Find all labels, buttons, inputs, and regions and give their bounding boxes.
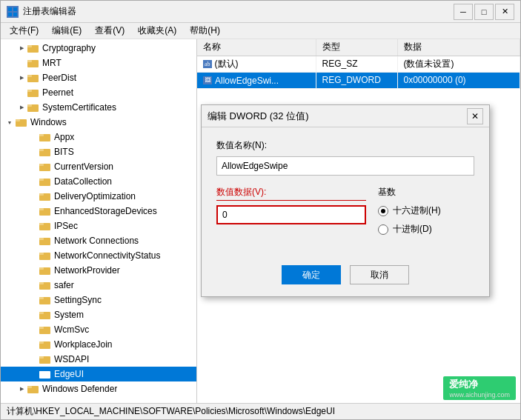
dialog-ok-button[interactable]: 确定 bbox=[282, 265, 341, 284]
dialog-value-label: 数值数据(V): bbox=[216, 186, 366, 201]
radio-hex-circle bbox=[378, 206, 388, 216]
dialog-name-input[interactable] bbox=[216, 156, 474, 176]
dialog-body: 数值名称(N): 数值数据(V): 基数 十六进制(H) bbox=[202, 127, 489, 259]
radio-hex[interactable]: 十六进制(H) bbox=[378, 204, 474, 217]
dialog-overlay: 编辑 DWORD (32 位值) ✕ 数值名称(N): 数值数据(V): 基数 bbox=[1, 1, 520, 419]
dialog-name-label: 数值名称(N): bbox=[216, 139, 474, 152]
dialog-close-button[interactable]: ✕ bbox=[467, 108, 483, 124]
radio-hex-label: 十六进制(H) bbox=[393, 204, 441, 217]
dialog-value-section: 数值数据(V): bbox=[216, 186, 366, 224]
dialog-title: 编辑 DWORD (32 位值) bbox=[208, 110, 309, 123]
radio-group-base: 十六进制(H) 十进制(D) bbox=[378, 204, 474, 236]
dialog-cancel-button[interactable]: 取消 bbox=[350, 265, 409, 284]
dialog-base-section: 基数 十六进制(H) 十进制(D) bbox=[378, 186, 474, 236]
dialog-base-label: 基数 bbox=[378, 186, 474, 199]
dialog-footer: 确定 取消 bbox=[202, 259, 489, 296]
radio-dec-label: 十进制(D) bbox=[393, 223, 432, 236]
radio-dec[interactable]: 十进制(D) bbox=[378, 223, 474, 236]
main-window: 注册表编辑器 ─ □ ✕ 文件(F) 编辑(E) 查看(V) 收藏夹(A) 帮助… bbox=[0, 0, 521, 420]
dialog-value-input[interactable] bbox=[216, 205, 366, 224]
dialog-title-bar: 编辑 DWORD (32 位值) ✕ bbox=[202, 105, 489, 127]
radio-dec-circle bbox=[378, 224, 388, 235]
dialog-data-base-row: 数值数据(V): 基数 十六进制(H) 十进制(D) bbox=[216, 186, 474, 236]
edit-dialog: 编辑 DWORD (32 位值) ✕ 数值名称(N): 数值数据(V): 基数 bbox=[201, 104, 490, 297]
